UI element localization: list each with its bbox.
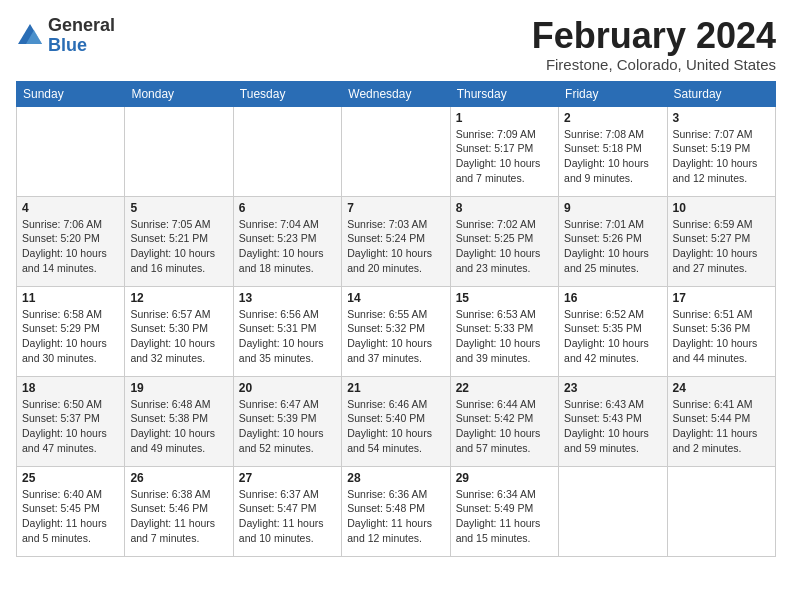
calendar-cell: 15Sunrise: 6:53 AMSunset: 5:33 PMDayligh… (450, 286, 558, 376)
day-number: 15 (456, 291, 553, 305)
weekday-header-tuesday: Tuesday (233, 81, 341, 106)
logo-icon (16, 22, 44, 50)
calendar-cell: 16Sunrise: 6:52 AMSunset: 5:35 PMDayligh… (559, 286, 667, 376)
day-number: 26 (130, 471, 227, 485)
weekday-header-wednesday: Wednesday (342, 81, 450, 106)
day-info: Sunrise: 7:09 AMSunset: 5:17 PMDaylight:… (456, 127, 553, 186)
calendar-cell: 11Sunrise: 6:58 AMSunset: 5:29 PMDayligh… (17, 286, 125, 376)
day-number: 3 (673, 111, 770, 125)
day-info: Sunrise: 6:44 AMSunset: 5:42 PMDaylight:… (456, 397, 553, 456)
day-info: Sunrise: 6:41 AMSunset: 5:44 PMDaylight:… (673, 397, 770, 456)
calendar-cell: 23Sunrise: 6:43 AMSunset: 5:43 PMDayligh… (559, 376, 667, 466)
day-number: 20 (239, 381, 336, 395)
day-info: Sunrise: 6:36 AMSunset: 5:48 PMDaylight:… (347, 487, 444, 546)
day-number: 21 (347, 381, 444, 395)
day-number: 13 (239, 291, 336, 305)
month-title: February 2024 (532, 16, 776, 56)
day-info: Sunrise: 6:53 AMSunset: 5:33 PMDaylight:… (456, 307, 553, 366)
calendar-cell: 24Sunrise: 6:41 AMSunset: 5:44 PMDayligh… (667, 376, 775, 466)
calendar-cell (559, 466, 667, 556)
day-number: 7 (347, 201, 444, 215)
day-number: 23 (564, 381, 661, 395)
day-number: 27 (239, 471, 336, 485)
day-info: Sunrise: 7:06 AMSunset: 5:20 PMDaylight:… (22, 217, 119, 276)
calendar-cell (125, 106, 233, 196)
day-info: Sunrise: 7:01 AMSunset: 5:26 PMDaylight:… (564, 217, 661, 276)
calendar-cell: 18Sunrise: 6:50 AMSunset: 5:37 PMDayligh… (17, 376, 125, 466)
day-info: Sunrise: 6:57 AMSunset: 5:30 PMDaylight:… (130, 307, 227, 366)
week-row-5: 25Sunrise: 6:40 AMSunset: 5:45 PMDayligh… (17, 466, 776, 556)
day-info: Sunrise: 6:43 AMSunset: 5:43 PMDaylight:… (564, 397, 661, 456)
calendar-cell: 25Sunrise: 6:40 AMSunset: 5:45 PMDayligh… (17, 466, 125, 556)
day-number: 8 (456, 201, 553, 215)
calendar-cell: 2Sunrise: 7:08 AMSunset: 5:18 PMDaylight… (559, 106, 667, 196)
day-number: 28 (347, 471, 444, 485)
week-row-2: 4Sunrise: 7:06 AMSunset: 5:20 PMDaylight… (17, 196, 776, 286)
calendar-cell (233, 106, 341, 196)
day-info: Sunrise: 6:59 AMSunset: 5:27 PMDaylight:… (673, 217, 770, 276)
calendar-cell: 5Sunrise: 7:05 AMSunset: 5:21 PMDaylight… (125, 196, 233, 286)
day-number: 6 (239, 201, 336, 215)
weekday-header-thursday: Thursday (450, 81, 558, 106)
day-number: 24 (673, 381, 770, 395)
day-number: 11 (22, 291, 119, 305)
calendar-table: SundayMondayTuesdayWednesdayThursdayFrid… (16, 81, 776, 557)
calendar-cell: 13Sunrise: 6:56 AMSunset: 5:31 PMDayligh… (233, 286, 341, 376)
calendar-cell: 9Sunrise: 7:01 AMSunset: 5:26 PMDaylight… (559, 196, 667, 286)
calendar-cell: 8Sunrise: 7:02 AMSunset: 5:25 PMDaylight… (450, 196, 558, 286)
header: General Blue February 2024 Firestone, Co… (16, 16, 776, 73)
calendar-cell: 4Sunrise: 7:06 AMSunset: 5:20 PMDaylight… (17, 196, 125, 286)
logo-text: General Blue (48, 16, 115, 56)
weekday-header-monday: Monday (125, 81, 233, 106)
day-number: 12 (130, 291, 227, 305)
calendar-cell (17, 106, 125, 196)
weekday-header-friday: Friday (559, 81, 667, 106)
day-info: Sunrise: 6:52 AMSunset: 5:35 PMDaylight:… (564, 307, 661, 366)
day-info: Sunrise: 6:38 AMSunset: 5:46 PMDaylight:… (130, 487, 227, 546)
calendar-cell: 21Sunrise: 6:46 AMSunset: 5:40 PMDayligh… (342, 376, 450, 466)
calendar-cell: 26Sunrise: 6:38 AMSunset: 5:46 PMDayligh… (125, 466, 233, 556)
day-number: 18 (22, 381, 119, 395)
location-title: Firestone, Colorado, United States (532, 56, 776, 73)
week-row-3: 11Sunrise: 6:58 AMSunset: 5:29 PMDayligh… (17, 286, 776, 376)
weekday-header-row: SundayMondayTuesdayWednesdayThursdayFrid… (17, 81, 776, 106)
calendar-cell: 17Sunrise: 6:51 AMSunset: 5:36 PMDayligh… (667, 286, 775, 376)
weekday-header-saturday: Saturday (667, 81, 775, 106)
day-info: Sunrise: 6:50 AMSunset: 5:37 PMDaylight:… (22, 397, 119, 456)
day-info: Sunrise: 7:04 AMSunset: 5:23 PMDaylight:… (239, 217, 336, 276)
day-info: Sunrise: 7:03 AMSunset: 5:24 PMDaylight:… (347, 217, 444, 276)
day-info: Sunrise: 6:58 AMSunset: 5:29 PMDaylight:… (22, 307, 119, 366)
day-number: 1 (456, 111, 553, 125)
calendar-cell: 22Sunrise: 6:44 AMSunset: 5:42 PMDayligh… (450, 376, 558, 466)
title-area: February 2024 Firestone, Colorado, Unite… (532, 16, 776, 73)
day-info: Sunrise: 6:51 AMSunset: 5:36 PMDaylight:… (673, 307, 770, 366)
calendar-cell: 7Sunrise: 7:03 AMSunset: 5:24 PMDaylight… (342, 196, 450, 286)
logo-general-text: General (48, 15, 115, 35)
day-info: Sunrise: 6:56 AMSunset: 5:31 PMDaylight:… (239, 307, 336, 366)
day-info: Sunrise: 6:47 AMSunset: 5:39 PMDaylight:… (239, 397, 336, 456)
day-number: 16 (564, 291, 661, 305)
day-info: Sunrise: 6:34 AMSunset: 5:49 PMDaylight:… (456, 487, 553, 546)
logo: General Blue (16, 16, 115, 56)
calendar-cell: 10Sunrise: 6:59 AMSunset: 5:27 PMDayligh… (667, 196, 775, 286)
day-info: Sunrise: 6:46 AMSunset: 5:40 PMDaylight:… (347, 397, 444, 456)
weekday-header-sunday: Sunday (17, 81, 125, 106)
day-number: 9 (564, 201, 661, 215)
day-number: 4 (22, 201, 119, 215)
day-number: 14 (347, 291, 444, 305)
day-number: 10 (673, 201, 770, 215)
day-info: Sunrise: 7:07 AMSunset: 5:19 PMDaylight:… (673, 127, 770, 186)
day-info: Sunrise: 6:37 AMSunset: 5:47 PMDaylight:… (239, 487, 336, 546)
day-number: 2 (564, 111, 661, 125)
day-info: Sunrise: 6:48 AMSunset: 5:38 PMDaylight:… (130, 397, 227, 456)
day-number: 5 (130, 201, 227, 215)
logo-blue-text: Blue (48, 35, 87, 55)
day-info: Sunrise: 7:08 AMSunset: 5:18 PMDaylight:… (564, 127, 661, 186)
calendar-cell (667, 466, 775, 556)
calendar-cell: 14Sunrise: 6:55 AMSunset: 5:32 PMDayligh… (342, 286, 450, 376)
calendar-cell: 28Sunrise: 6:36 AMSunset: 5:48 PMDayligh… (342, 466, 450, 556)
day-number: 22 (456, 381, 553, 395)
day-number: 19 (130, 381, 227, 395)
calendar-cell: 3Sunrise: 7:07 AMSunset: 5:19 PMDaylight… (667, 106, 775, 196)
calendar-cell: 29Sunrise: 6:34 AMSunset: 5:49 PMDayligh… (450, 466, 558, 556)
